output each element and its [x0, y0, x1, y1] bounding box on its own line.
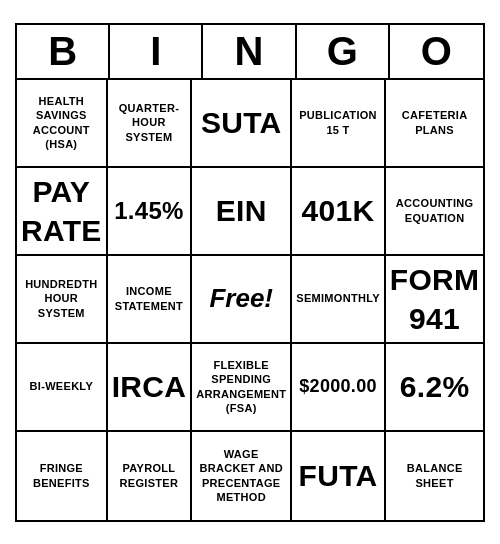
- bingo-cell-22: WAGE BRACKET AND PRECENTAGE METHOD: [192, 432, 292, 520]
- bingo-cell-21: PAYROLL REGISTER: [108, 432, 193, 520]
- cell-text-10: HUNDREDTH HOUR SYSTEM: [21, 277, 102, 320]
- bingo-cell-18: $2000.00: [292, 344, 386, 432]
- cell-text-1: QUARTER-HOUR SYSTEM: [112, 101, 187, 144]
- bingo-cell-20: FRINGE BENEFITS: [17, 432, 108, 520]
- bingo-grid: HEALTH SAVINGS ACCOUNT (HSA)QUARTER-HOUR…: [17, 80, 483, 520]
- bingo-cell-3: PUBLICATION 15 T: [292, 80, 386, 168]
- bingo-cell-17: FLEXIBLE SPENDING ARRANGEMENT (FSA): [192, 344, 292, 432]
- cell-text-15: BI-WEEKLY: [30, 379, 93, 393]
- bingo-cell-13: SEMIMONTHLY: [292, 256, 386, 344]
- bingo-cell-5: PAY RATE: [17, 168, 108, 256]
- header-letter-n: N: [203, 25, 296, 78]
- cell-text-3: PUBLICATION 15 T: [296, 108, 380, 137]
- bingo-cell-4: CAFETERIA PLANS: [386, 80, 484, 168]
- bingo-cell-12: Free!: [192, 256, 292, 344]
- cell-text-11: INCOME STATEMENT: [112, 284, 187, 313]
- bingo-cell-6: 1.45%: [108, 168, 193, 256]
- cell-text-0: HEALTH SAVINGS ACCOUNT (HSA): [21, 94, 102, 151]
- bingo-cell-11: INCOME STATEMENT: [108, 256, 193, 344]
- cell-text-13: SEMIMONTHLY: [296, 291, 380, 305]
- bingo-cell-15: BI-WEEKLY: [17, 344, 108, 432]
- bingo-cell-19: 6.2%: [386, 344, 484, 432]
- cell-text-21: PAYROLL REGISTER: [112, 461, 187, 490]
- cell-text-12: Free!: [209, 283, 273, 314]
- cell-text-14: FORM 941: [390, 260, 480, 338]
- bingo-cell-9: ACCOUNTING EQUATION: [386, 168, 484, 256]
- bingo-cell-10: HUNDREDTH HOUR SYSTEM: [17, 256, 108, 344]
- bingo-cell-7: EIN: [192, 168, 292, 256]
- header-letter-i: I: [110, 25, 203, 78]
- bingo-cell-8: 401K: [292, 168, 386, 256]
- header-letter-o: O: [390, 25, 483, 78]
- cell-text-23: FUTA: [299, 456, 378, 495]
- cell-text-7: EIN: [216, 191, 267, 230]
- bingo-card: BINGO HEALTH SAVINGS ACCOUNT (HSA)QUARTE…: [15, 23, 485, 522]
- cell-text-8: 401K: [302, 191, 375, 230]
- cell-text-20: FRINGE BENEFITS: [21, 461, 102, 490]
- cell-text-22: WAGE BRACKET AND PRECENTAGE METHOD: [196, 447, 286, 504]
- bingo-cell-2: SUTA: [192, 80, 292, 168]
- bingo-cell-14: FORM 941: [386, 256, 484, 344]
- cell-text-18: $2000.00: [299, 375, 376, 398]
- cell-text-6: 1.45%: [114, 195, 184, 226]
- cell-text-17: FLEXIBLE SPENDING ARRANGEMENT (FSA): [196, 358, 286, 415]
- bingo-cell-24: BALANCE SHEET: [386, 432, 484, 520]
- cell-text-5: PAY RATE: [21, 172, 102, 250]
- cell-text-16: IRCA: [112, 367, 187, 406]
- cell-text-4: CAFETERIA PLANS: [390, 108, 480, 137]
- cell-text-24: BALANCE SHEET: [390, 461, 480, 490]
- header-letter-g: G: [297, 25, 390, 78]
- header-letter-b: B: [17, 25, 110, 78]
- cell-text-2: SUTA: [201, 103, 282, 142]
- cell-text-19: 6.2%: [400, 367, 470, 406]
- bingo-cell-16: IRCA: [108, 344, 193, 432]
- cell-text-9: ACCOUNTING EQUATION: [390, 196, 480, 225]
- bingo-cell-0: HEALTH SAVINGS ACCOUNT (HSA): [17, 80, 108, 168]
- bingo-cell-23: FUTA: [292, 432, 386, 520]
- bingo-cell-1: QUARTER-HOUR SYSTEM: [108, 80, 193, 168]
- bingo-header: BINGO: [17, 25, 483, 80]
